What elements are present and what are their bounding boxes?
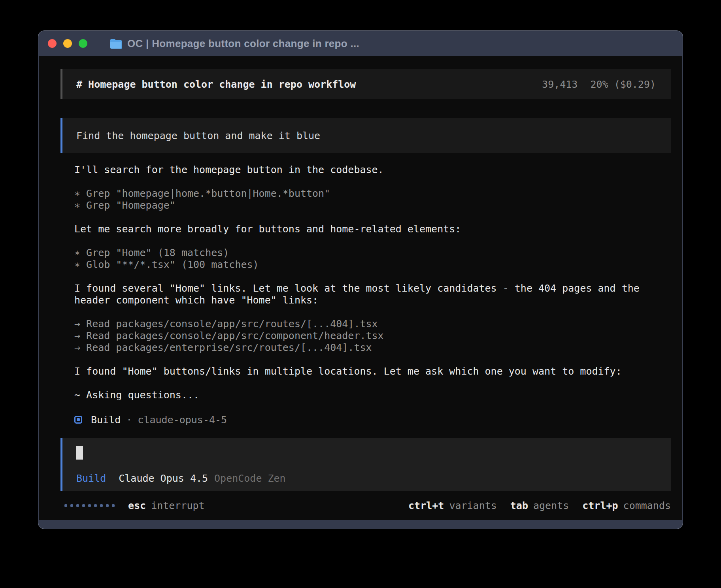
transcript-line bbox=[74, 377, 671, 389]
agent-model: claude-opus-4-5 bbox=[138, 414, 227, 426]
transcript-line: ~ Asking questions... bbox=[74, 389, 671, 401]
transcript-line: → Read packages/console/app/src/componen… bbox=[74, 330, 671, 342]
agent-status-line: Build · claude-opus-4-5 bbox=[74, 413, 671, 426]
transcript-line: I found several "Home" links. Let me loo… bbox=[74, 283, 671, 294]
close-button[interactable] bbox=[48, 39, 57, 48]
build-agent-icon bbox=[74, 416, 82, 424]
input-agent-label[interactable]: Build bbox=[76, 473, 106, 484]
transcript-line bbox=[74, 176, 671, 188]
spinner-dot bbox=[100, 504, 103, 507]
spinner-dot bbox=[94, 504, 97, 507]
transcript-line bbox=[74, 306, 671, 318]
traffic-lights bbox=[48, 39, 87, 48]
transcript-line: ∗ Grep "Homepage" bbox=[74, 200, 671, 211]
agents-label: agents bbox=[533, 500, 569, 511]
transcript-line bbox=[74, 271, 671, 283]
session-header: # Homepage button color change in repo w… bbox=[60, 69, 671, 99]
ctrl-t-key: ctrl+t bbox=[408, 500, 444, 511]
window-title: OC | Homepage button color change in rep… bbox=[127, 38, 359, 50]
transcript-line: I'll search for the homepage button in t… bbox=[74, 164, 671, 176]
spinner-dot bbox=[88, 504, 91, 507]
transcript-line: Let me search more broadly for buttons a… bbox=[74, 223, 671, 235]
input-meta-row: Build Claude Opus 4.5 OpenCode Zen bbox=[76, 473, 657, 484]
variants-label: variants bbox=[449, 500, 496, 511]
transcript-line bbox=[74, 211, 671, 223]
user-message-text: Find the homepage button and make it blu… bbox=[76, 130, 320, 141]
spinner-dot bbox=[64, 504, 67, 507]
transcript-line: → Read packages/enterprise/src/routes/[.… bbox=[74, 342, 671, 354]
spinner-dot bbox=[70, 504, 73, 507]
keyboard-hints: ctrl+t variants tab agents ctrl+p comman… bbox=[408, 500, 671, 511]
ctrl-p-key: ctrl+p bbox=[582, 500, 618, 511]
statusbar: esc interrupt ctrl+t variants tab agents… bbox=[60, 500, 671, 511]
hint-agents: tab agents bbox=[510, 500, 569, 511]
separator-dot: · bbox=[126, 414, 132, 426]
tab-key: tab bbox=[510, 500, 528, 511]
working-spinner-dots bbox=[64, 504, 115, 507]
spinner-dot bbox=[76, 504, 79, 507]
input-provider-label: OpenCode Zen bbox=[214, 473, 286, 484]
transcript-line: ∗ Glob "**/*.tsx" (100 matches) bbox=[74, 259, 671, 271]
text-cursor bbox=[76, 446, 83, 460]
esc-key-label: esc bbox=[128, 500, 146, 511]
minimize-button[interactable] bbox=[63, 39, 72, 48]
terminal-window: OC | Homepage button color change in rep… bbox=[38, 30, 683, 529]
folder-icon bbox=[109, 38, 122, 49]
context-usage: 20% ($0.29) bbox=[590, 79, 656, 90]
transcript-line bbox=[74, 354, 671, 366]
agent-name: Build bbox=[91, 414, 121, 426]
transcript-line: I found "Home" buttons/links in multiple… bbox=[74, 366, 671, 377]
transcript-line: ∗ Grep "homepage|home.*button|Home.*butt… bbox=[74, 188, 671, 200]
titlebar: OC | Homepage button color change in rep… bbox=[38, 31, 683, 56]
zoom-button[interactable] bbox=[79, 39, 87, 48]
esc-action-label: interrupt bbox=[151, 500, 204, 511]
terminal-content: # Homepage button color change in repo w… bbox=[39, 56, 682, 520]
spinner-dot bbox=[112, 504, 115, 507]
commands-label: commands bbox=[623, 500, 671, 511]
transcript-line: → Read packages/console/app/src/routes/[… bbox=[74, 318, 671, 330]
transcript-line bbox=[74, 235, 671, 247]
input-model-label: Claude Opus 4.5 bbox=[119, 473, 208, 484]
hint-commands: ctrl+p commands bbox=[582, 500, 671, 511]
prompt-input[interactable]: Build Claude Opus 4.5 OpenCode Zen bbox=[60, 438, 671, 491]
hint-variants: ctrl+t variants bbox=[408, 500, 497, 511]
session-title: # Homepage button color change in repo w… bbox=[76, 79, 542, 90]
session-stats: 39,413 20% ($0.29) bbox=[542, 79, 656, 90]
user-message: Find the homepage button and make it blu… bbox=[60, 118, 671, 153]
titlebar-title-group: OC | Homepage button color change in rep… bbox=[109, 38, 359, 50]
spinner-dot bbox=[106, 504, 109, 507]
token-count: 39,413 bbox=[542, 79, 578, 90]
transcript-line: header component which have "Home" links… bbox=[74, 294, 671, 306]
transcript-line: ∗ Grep "Home" (18 matches) bbox=[74, 247, 671, 259]
spinner-dot bbox=[82, 504, 85, 507]
assistant-transcript: I'll search for the homepage button in t… bbox=[74, 164, 671, 401]
